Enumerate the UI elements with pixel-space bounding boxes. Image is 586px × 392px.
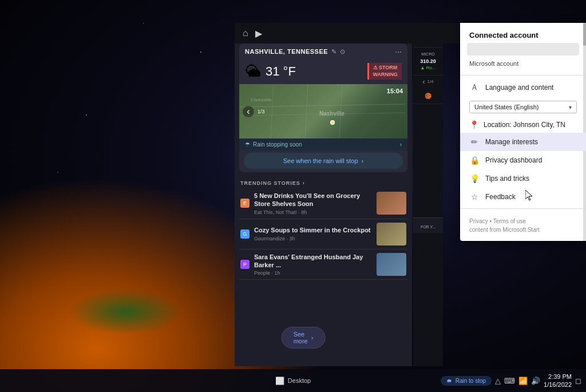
story-thumb-3 <box>377 253 406 276</box>
strip-nav-left-icon[interactable]: ‹ <box>422 78 425 86</box>
weather-map-pages: 1/3 <box>258 109 265 114</box>
svg-line-3 <box>305 84 308 138</box>
taskbar-time-value: 2:39 PM <box>544 373 572 381</box>
weather-map-dot <box>330 120 335 125</box>
rain-notification[interactable]: 🌧 Rain to stop <box>441 376 492 386</box>
play-icon[interactable]: ▶ <box>255 28 262 39</box>
taskbar-time[interactable]: 2:39 PM 1/16/2022 <box>544 373 572 389</box>
privacy-icon: 🔒 <box>469 156 480 165</box>
trending-chevron-icon[interactable]: › <box>303 180 305 186</box>
feedback-label: Feedback <box>485 193 516 201</box>
footer-privacy-link[interactable]: Privacy <box>469 218 488 224</box>
action-center-icon[interactable]: ◻ <box>575 377 581 385</box>
weather-header: NASHVILLE, TENNESSEE ✎ ⊙ ··· <box>239 43 407 60</box>
weather-rain-bar: ☂ Rain stopping soon › <box>239 138 407 151</box>
strip-page-num: 1/4 <box>427 79 433 84</box>
manage-interests-icon: ✏ <box>469 137 480 146</box>
story-text-2: Cozy Soups to Simmer in the Crockpot Gou… <box>254 226 372 241</box>
nba-icon: 🏀 <box>425 93 431 99</box>
taskbar-center: ⬜ Desktop <box>275 377 311 385</box>
ms-account-label: Microsoft account <box>460 58 586 73</box>
info-icon[interactable]: ⊙ <box>340 48 345 56</box>
trending-section: TRENDING STORIES › E 5 New Drinks You'll… <box>239 177 407 280</box>
story-title-2: Cozy Soups to Simmer in the Crockpot <box>254 226 372 234</box>
story-title-1: 5 New Drinks You'll See on Grocery Store… <box>254 192 372 208</box>
see-more-chevron-icon: › <box>311 334 314 341</box>
language-select[interactable]: United States (English) ▾ <box>469 101 577 113</box>
desktop-label[interactable]: Desktop <box>288 377 311 384</box>
trending-header: TRENDING STORIES › <box>239 177 407 188</box>
privacy-dashboard-item[interactable]: 🔒 Privacy dashboard <box>460 151 586 169</box>
weather-map-time: 15:04 <box>387 88 403 94</box>
story-source-icon-3: P <box>240 260 250 269</box>
taskbar-keyboard-icon[interactable]: ⌨ <box>504 377 515 385</box>
tips-tricks-item[interactable]: 💡 Tips and tricks <box>460 169 586 188</box>
scrollbar[interactable] <box>583 23 586 241</box>
see-rain-label: See when the rain will stop <box>283 157 358 164</box>
story-item-2[interactable]: G Cozy Soups to Simmer in the Crockpot G… <box>239 219 407 250</box>
story-meta-1: Eat This, Not That! · 8h <box>254 209 372 215</box>
taskbar-caret-icon[interactable]: △ <box>495 377 501 385</box>
story-source-icon-1: E <box>240 199 250 208</box>
footer-text: Privacy • Terms of use content from Micr… <box>460 211 586 236</box>
rain-umbrella-icon: ☂ <box>245 141 250 148</box>
edit-icon[interactable]: ✎ <box>331 48 336 56</box>
weather-more-icon[interactable]: ··· <box>395 47 402 56</box>
for-you-label: FOR Y... <box>413 217 443 233</box>
see-rain-chevron-icon: › <box>362 157 364 164</box>
notification-weather-icon: 🌧 <box>446 378 452 384</box>
news-panel: NASHVILLE, TENNESSEE ✎ ⊙ ··· 🌥 31 °F ⚠ S… <box>235 23 412 366</box>
see-rain-button[interactable]: See when the rain will stop › <box>244 153 403 169</box>
star <box>143 23 144 23</box>
star <box>86 114 87 116</box>
taskbar: ⬜ Desktop 🌧 Rain to stop △ ⌨ 📶 🔊 2:39 PM… <box>0 369 586 392</box>
taskbar-right: 🌧 Rain to stop △ ⌨ 📶 🔊 2:39 PM 1/16/2022… <box>441 373 581 389</box>
language-dropdown-row: United States (English) ▾ <box>460 97 586 117</box>
language-content-item[interactable]: Ａ Language and content <box>460 78 586 97</box>
taskbar-network-icon[interactable]: 📶 <box>518 377 528 385</box>
manage-interests-label: Manage interests <box>485 138 538 146</box>
story-thumb-2 <box>377 223 406 246</box>
weather-map-nav-icon[interactable]: ‹ <box>243 106 254 117</box>
svg-text:Clarksville: Clarksville <box>251 97 272 102</box>
desktop-icon[interactable]: ⬜ <box>275 377 284 385</box>
story-meta-2: Gourmandize · 3h <box>254 236 372 241</box>
language-select-value: United States (English) <box>474 104 539 110</box>
manage-interests-item[interactable]: ✏ Manage interests <box>460 133 586 151</box>
strip-stock-item[interactable]: MICRO 310.20 ▲ Ro... <box>413 47 443 75</box>
svg-line-2 <box>271 84 274 138</box>
privacy-dashboard-label: Privacy dashboard <box>485 156 542 164</box>
language-icon: Ａ <box>469 82 480 93</box>
rain-chevron-icon: › <box>400 141 402 148</box>
svg-text:Nashville: Nashville <box>319 110 345 117</box>
weather-location: NASHVILLE, TENNESSEE <box>245 48 328 55</box>
micro-value: 310.20 <box>420 58 436 64</box>
location-text: Location: Johnson City, TN <box>484 121 565 129</box>
location-pin-icon: 📍 <box>469 120 479 129</box>
taskbar-volume-icon[interactable]: 🔊 <box>531 377 540 385</box>
footer-terms-link[interactable]: Terms of use <box>493 218 526 224</box>
bg-foliage <box>69 289 183 335</box>
star <box>57 172 58 173</box>
connected-account-title: Connected account <box>460 23 586 43</box>
feedback-item[interactable]: ☆ Feedback <box>460 188 586 206</box>
language-label: Language and content <box>485 84 553 92</box>
see-more-button[interactable]: See more › <box>282 327 326 349</box>
divider-1 <box>460 75 586 76</box>
story-text-3: Sara Evans' Estranged Husband Jay Barker… <box>254 253 372 276</box>
strip-nav: ‹ 1/4 <box>413 76 443 88</box>
strip-nba-item[interactable]: 🏀 <box>413 88 443 104</box>
account-box <box>467 43 579 56</box>
story-item-3[interactable]: P Sara Evans' Estranged Husband Jay Bark… <box>239 250 407 280</box>
micro-change: ▲ Ro... <box>420 65 435 70</box>
taskbar-date-value: 1/16/2022 <box>544 381 572 389</box>
home-icon[interactable]: ⌂ <box>243 28 248 38</box>
scrollbar-thumb[interactable] <box>583 23 586 46</box>
feedback-icon: ☆ <box>469 192 480 201</box>
story-source-icon-2: G <box>240 229 250 239</box>
language-select-chevron-icon: ▾ <box>569 104 572 110</box>
weather-condition-icon: 🌥 <box>245 62 261 81</box>
weather-alert: ⚠ STORM WARNING <box>367 63 402 80</box>
story-item-1[interactable]: E 5 New Drinks You'll See on Grocery Sto… <box>239 188 407 219</box>
weather-map[interactable]: Clarksville Nashville 15:04 ‹ 1/3 <box>239 84 407 138</box>
